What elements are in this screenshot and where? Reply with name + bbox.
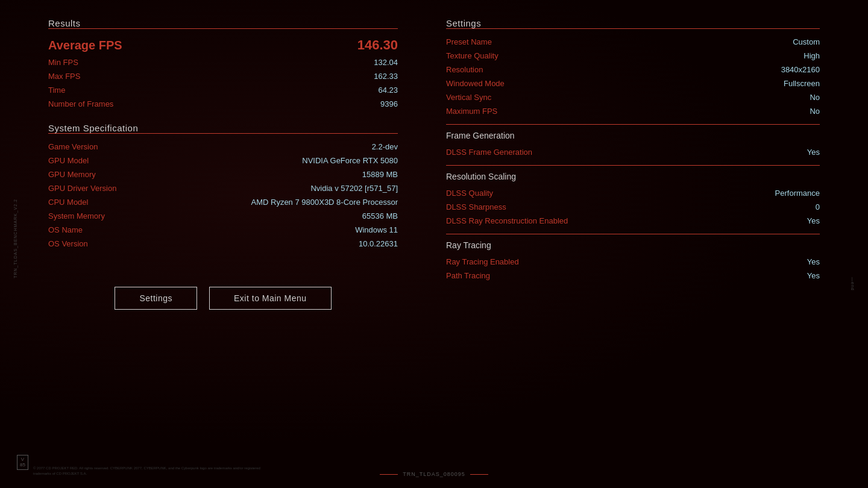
gpu-model-value: NVIDIA GeForce RTX 5080 (302, 156, 398, 165)
resolution-label: Resolution (446, 65, 483, 74)
dlss-frame-gen-label: DLSS Frame Generation (446, 148, 532, 157)
os-name-row: OS Name Windows 11 (48, 223, 398, 237)
max-fps-label: Max FPS (48, 72, 80, 81)
os-name-label: OS Name (48, 225, 83, 234)
game-version-row: Game Version 2.2-dev (48, 140, 398, 154)
rt-enabled-value: Yes (807, 257, 820, 266)
cpu-model-label: CPU Model (48, 198, 88, 207)
texture-quality-label: Texture Quality (446, 51, 498, 60)
res-scaling-title: Resolution Scaling (446, 172, 820, 181)
rt-enabled-row: Ray Tracing Enabled Yes (446, 255, 820, 269)
max-fps-value: No (810, 107, 820, 116)
dlss-sharpness-row: DLSS Sharpness 0 (446, 200, 820, 214)
gpu-driver-value: Nvidia v 57202 [r571_57] (310, 184, 398, 193)
dlss-rr-value: Yes (807, 216, 820, 225)
min-fps-value: 132.04 (374, 58, 398, 67)
sysspec-section: System Specification Game Version 2.2-de… (48, 123, 398, 251)
os-name-value: Windows 11 (355, 225, 398, 234)
sys-memory-label: System Memory (48, 211, 105, 221)
dlss-quality-value: Performance (775, 189, 820, 198)
preset-name-row: Preset Name Custom (446, 35, 820, 49)
right-panel: Settings Preset Name Custom Texture Qual… (422, 18, 820, 476)
texture-quality-row: Texture Quality High (446, 49, 820, 63)
ray-tracing-section: Ray Tracing Ray Tracing Enabled Yes Path… (446, 240, 820, 283)
cpu-model-value: AMD Ryzen 7 9800X3D 8-Core Processor (251, 198, 398, 207)
path-tracing-value: Yes (807, 271, 820, 280)
num-frames-value: 9396 (380, 99, 398, 108)
sysspec-title: System Specification (48, 123, 398, 134)
ray-tracing-title: Ray Tracing (446, 240, 820, 250)
game-version-label: Game Version (48, 142, 98, 151)
num-frames-row: Number of Frames 9396 (48, 97, 398, 111)
os-version-row: OS Version 10.0.22631 (48, 237, 398, 251)
version-small-text: © 2077 CD PROJEKT RED. All rights reserv… (33, 466, 262, 476)
resolution-value: 3840x2160 (781, 65, 820, 74)
path-tracing-label: Path Tracing (446, 271, 490, 280)
windowed-mode-value: Fullscreen (784, 79, 820, 88)
bottom-text: TRN_TLDAS_080095 (403, 471, 465, 477)
max-fps-row: Maximum FPS No (446, 104, 820, 118)
bottom-line-right (470, 474, 488, 475)
average-fps-row: Average FPS 146.30 (48, 35, 398, 55)
vsync-value: No (810, 93, 820, 102)
max-fps-value: 162.33 (374, 72, 398, 81)
gpu-memory-label: GPU Memory (48, 170, 96, 179)
sys-memory-row: System Memory 65536 MB (48, 209, 398, 223)
divider-2 (446, 165, 820, 166)
gpu-memory-value: 15889 MB (362, 170, 398, 179)
frame-gen-title: Frame Generation (446, 131, 820, 140)
dlss-frame-gen-row: DLSS Frame Generation Yes (446, 145, 820, 159)
left-panel: Results Average FPS 146.30 Min FPS 132.0… (48, 18, 422, 476)
os-version-value: 10.0.22631 (359, 239, 398, 248)
max-fps-row: Max FPS 162.33 (48, 69, 398, 83)
divider-3 (446, 234, 820, 234)
gpu-memory-row: GPU Memory 15889 MB (48, 167, 398, 181)
settings-section: Settings Preset Name Custom Texture Qual… (446, 18, 820, 118)
settings-button[interactable]: Settings (115, 287, 197, 310)
resolution-row: Resolution 3840x2160 (446, 63, 820, 77)
time-row: Time 64.23 (48, 83, 398, 97)
min-fps-label: Min FPS (48, 58, 78, 67)
rt-enabled-label: Ray Tracing Enabled (446, 257, 519, 266)
dlss-quality-row: DLSS Quality Performance (446, 186, 820, 200)
path-tracing-row: Path Tracing Yes (446, 269, 820, 283)
cpu-model-row: CPU Model AMD Ryzen 7 9800X3D 8-Core Pro… (48, 195, 398, 209)
windowed-mode-label: Windowed Mode (446, 79, 505, 88)
windowed-mode-row: Windowed Mode Fullscreen (446, 77, 820, 90)
buttons-row: Settings Exit to Main Menu (48, 287, 398, 310)
dlss-rr-label: DLSS Ray Reconstruction Enabled (446, 216, 568, 225)
preset-name-value: Custom (793, 37, 820, 46)
preset-name-label: Preset Name (446, 37, 492, 46)
os-version-label: OS Version (48, 239, 88, 248)
version-badge: V85 (17, 455, 28, 470)
time-value: 64.23 (378, 86, 398, 95)
vsync-label: Vertical Sync (446, 93, 491, 102)
sys-memory-value: 65536 MB (362, 211, 398, 221)
bottom-line-left (380, 474, 398, 475)
gpu-driver-row: GPU Driver Version Nvidia v 57202 [r571_… (48, 181, 398, 195)
dlss-rr-row: DLSS Ray Reconstruction Enabled Yes (446, 214, 820, 228)
frame-gen-section: Frame Generation DLSS Frame Generation Y… (446, 131, 820, 159)
gpu-model-label: GPU Model (48, 156, 89, 165)
results-section: Results Average FPS 146.30 Min FPS 132.0… (48, 18, 398, 111)
gpu-model-row: GPU Model NVIDIA GeForce RTX 5080 (48, 154, 398, 167)
exit-button[interactable]: Exit to Main Menu (209, 287, 332, 310)
max-fps-label: Maximum FPS (446, 107, 497, 116)
divider-1 (446, 124, 820, 125)
min-fps-row: Min FPS 132.04 (48, 55, 398, 69)
average-fps-label: Average FPS (48, 39, 122, 52)
side-text-left: TRN_TLDAS_BENCHMARK_V2.2 (13, 199, 17, 278)
game-version-value: 2.2-dev (372, 142, 398, 151)
dlss-frame-gen-value: Yes (807, 148, 820, 157)
settings-title: Settings (446, 18, 820, 29)
results-title: Results (48, 18, 398, 29)
time-label: Time (48, 86, 65, 95)
texture-quality-value: High (804, 51, 820, 60)
dlss-sharpness-value: 0 (816, 202, 820, 211)
gpu-driver-label: GPU Driver Version (48, 184, 116, 193)
dlss-sharpness-label: DLSS Sharpness (446, 202, 506, 211)
dlss-quality-label: DLSS Quality (446, 189, 493, 198)
side-text-right: —end (851, 277, 855, 291)
vsync-row: Vertical Sync No (446, 90, 820, 104)
average-fps-value: 146.30 (357, 37, 398, 53)
